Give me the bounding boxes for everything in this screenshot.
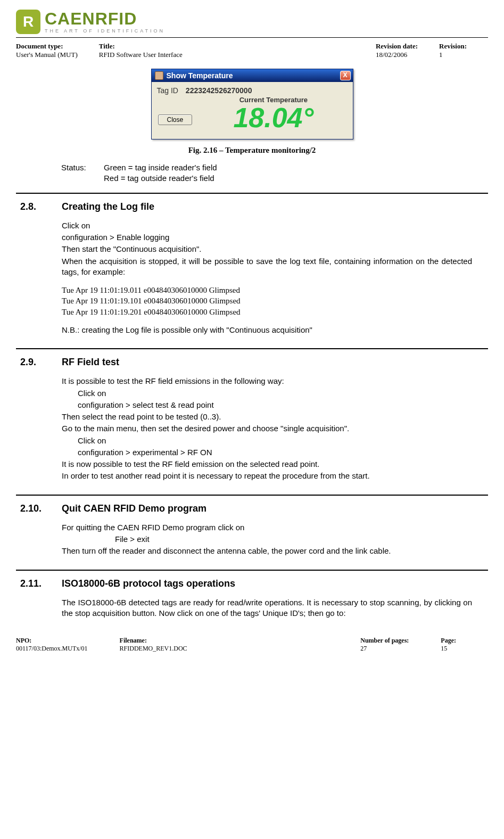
- temperature-dialog: Show Temperature X Tag ID 22232425262700…: [151, 69, 353, 139]
- page-label: Page:: [441, 637, 456, 645]
- rev-value: 1: [439, 51, 467, 59]
- body-text: configuration > Enable logging: [62, 232, 472, 243]
- rev-label: Revision:: [439, 42, 467, 51]
- body-text: In order to test another read point it i…: [62, 471, 472, 481]
- body-text: Then turn off the reader and disconnect …: [62, 546, 472, 556]
- body-text: Click on: [78, 388, 472, 399]
- close-icon[interactable]: X: [340, 71, 351, 80]
- section-2-8-head: 2.8. Creating the Log file: [16, 200, 488, 213]
- section-title: Quit CAEN RFID Demo program: [62, 502, 206, 515]
- body-text: configuration > experimental > RF ON: [78, 447, 472, 458]
- body-text: The ISO18000-6B detected tags are ready …: [62, 597, 472, 619]
- temperature-value: 18.04°: [200, 104, 347, 131]
- section-num: 2.8.: [20, 200, 62, 213]
- page-footer: NPO: 00117/03:Demox.MUTx/01 Filename: RF…: [16, 634, 488, 653]
- status-block: Status: Green = tag inside reader's fiel…: [61, 162, 488, 184]
- doc-type-label: Document type:: [16, 42, 78, 51]
- body-text: When the acquisition is stopped, it will…: [62, 256, 472, 278]
- section-title: Creating the Log file: [62, 200, 154, 213]
- status-green: Green = tag inside reader's field: [104, 162, 217, 173]
- log-line: Tue Apr 19 11:01:19.011 e004840306010000…: [62, 285, 472, 295]
- body-text: Go to the main menu, then set the desire…: [62, 423, 472, 434]
- body-text: It is possible to test the RF field emis…: [62, 376, 472, 386]
- java-icon: [155, 71, 163, 80]
- body-text: Click on: [62, 220, 472, 231]
- section-2-10-head: 2.10. Quit CAEN RFID Demo program: [16, 502, 488, 515]
- section-2-11-head: 2.11. ISO18000-6B protocol tags operatio…: [16, 577, 488, 590]
- section-title: ISO18000-6B protocol tags operations: [62, 577, 235, 590]
- body-text: configuration > select test & read point: [78, 400, 472, 410]
- body-text: For quitting the CAEN RFID Demo program …: [62, 522, 472, 533]
- status-label: Status:: [61, 162, 104, 173]
- dialog-titlebar: Show Temperature X: [152, 69, 353, 82]
- tag-id-label: Tag ID: [157, 86, 178, 95]
- section-num: 2.9.: [20, 356, 62, 368]
- npo-value: 00117/03:Demox.MUTx/01: [16, 645, 88, 653]
- filename-value: RFIDDEMO_REV1.DOC: [120, 645, 329, 653]
- body-text: N.B.: creating the Log file is possible …: [62, 325, 472, 335]
- log-line: Tue Apr 19 11:01:19.101 e004840306010000…: [62, 295, 472, 306]
- filename-label: Filename:: [120, 637, 329, 645]
- numpages-value: 27: [360, 645, 409, 653]
- body-text: Then select the read point to be tested …: [62, 412, 472, 422]
- logo-icon: R: [16, 10, 40, 34]
- divider: [16, 570, 488, 571]
- body-text: File > exit: [115, 534, 472, 545]
- divider: [16, 193, 488, 194]
- section-num: 2.11.: [20, 577, 62, 590]
- document-metadata: Document type: User's Manual (MUT) Title…: [16, 42, 488, 59]
- logo-sub-text: THE ART OF IDENTIFICATION: [45, 28, 165, 34]
- npo-label: NPO:: [16, 637, 88, 645]
- body-text: Then start the "Continuous acquisition".: [62, 244, 472, 254]
- close-button[interactable]: Close: [158, 114, 193, 125]
- section-title: RF Field test: [62, 356, 119, 368]
- status-red: Red = tag outside reader's field: [104, 173, 214, 184]
- divider: [16, 495, 488, 496]
- title-value: RFID Software User Interface: [99, 51, 354, 59]
- logo-header: R CAENRFID THE ART OF IDENTIFICATION: [16, 10, 488, 38]
- doc-type-value: User's Manual (MUT): [16, 51, 78, 59]
- section-2-9-head: 2.9. RF Field test: [16, 356, 488, 368]
- rev-date-label: Revision date:: [376, 42, 418, 51]
- body-text: Click on: [78, 435, 472, 446]
- numpages-label: Number of pages:: [360, 637, 409, 645]
- page-value: 15: [441, 645, 456, 653]
- figure-caption: Fig. 2.16 – Temperature monitoring/2: [16, 146, 488, 155]
- logo-main-text: CAENRFID: [45, 10, 165, 27]
- section-num: 2.10.: [20, 502, 62, 515]
- body-text: It is now possible to test the RF field …: [62, 459, 472, 470]
- title-label: Title:: [99, 42, 354, 51]
- rev-date-value: 18/02/2006: [376, 51, 418, 59]
- tag-id-value: 2223242526270000: [186, 86, 252, 95]
- dialog-title: Show Temperature: [167, 71, 337, 80]
- log-line: Tue Apr 19 11:01:19.201 e004840306010000…: [62, 307, 472, 317]
- divider: [16, 348, 488, 349]
